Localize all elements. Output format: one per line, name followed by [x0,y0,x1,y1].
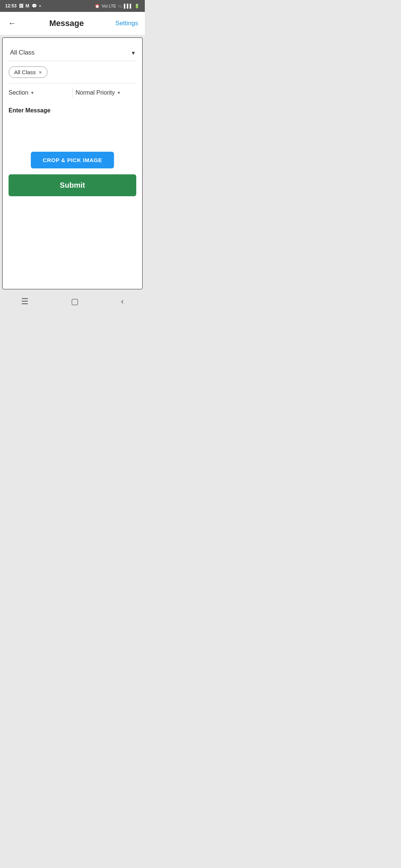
tag-row: All Class × [9,61,136,83]
submit-button[interactable]: Submit [9,174,136,196]
class-tag-label: All Class [14,69,36,75]
settings-button[interactable]: Settings [115,20,138,27]
section-dropdown-arrow-icon: ▾ [31,90,33,95]
priority-label: Normal Priority [76,89,115,96]
message-icon: 💬 [32,3,37,9]
enter-message-label: Enter Message [9,101,136,117]
class-dropdown-arrow-icon: ▾ [132,49,135,56]
wifi-icon: ↑↓ [118,4,122,8]
signal-text: Vo) LTE [102,4,116,8]
status-bar: 12:53 🖼 M 💬 • ⏰ Vo) LTE ↑↓ ▌▌▌ 🔋 [0,0,145,12]
back-button[interactable]: ← [7,17,18,30]
class-dropdown-label: All Class [10,49,35,56]
dot-indicator: • [39,3,41,9]
priority-dropdown-arrow-icon: ▾ [118,90,120,95]
signal-bars-icon: ▌▌▌ [124,4,133,8]
class-dropdown[interactable]: All Class ▾ [9,45,136,61]
class-tag-close-icon[interactable]: × [39,69,42,75]
message-input[interactable] [9,117,136,147]
back-nav-icon[interactable]: ‹ [121,297,124,306]
alarm-icon: ⏰ [95,4,100,9]
filter-divider [72,88,73,98]
menu-icon[interactable]: ☰ [21,297,29,306]
section-label: Section [9,89,28,96]
crop-pick-image-button[interactable]: CROP & PICK IMAGE [31,152,114,168]
class-tag[interactable]: All Class × [9,66,48,78]
priority-dropdown[interactable]: Normal Priority ▾ [76,86,137,99]
crop-button-row: CROP & PICK IMAGE [9,152,136,168]
status-left: 12:53 🖼 M 💬 • [5,3,41,9]
bottom-nav: ☰ ▢ ‹ [0,292,145,313]
filter-row: Section ▾ Normal Priority ▾ [9,83,136,101]
status-right: ⏰ Vo) LTE ↑↓ ▌▌▌ 🔋 [95,4,140,9]
home-icon[interactable]: ▢ [71,297,79,306]
time-label: 12:53 [5,3,17,9]
section-dropdown[interactable]: Section ▾ [9,86,69,99]
page-title: Message [49,19,84,28]
photo-icon: 🖼 [19,3,23,9]
app-bar: ← Message Settings [0,12,145,35]
gmail-icon: M [26,3,29,9]
main-content: All Class ▾ All Class × Section ▾ Normal… [2,37,143,289]
battery-icon: 🔋 [134,4,140,9]
